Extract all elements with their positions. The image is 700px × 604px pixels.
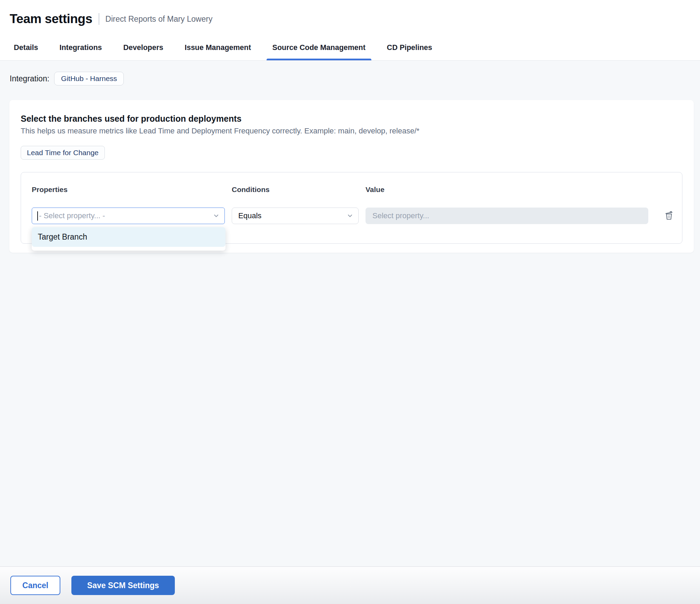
text-cursor (37, 211, 38, 221)
metric-chip-lead-time[interactable]: Lead Time for Change (21, 146, 105, 160)
integration-chip[interactable]: GitHub - Harness (54, 72, 124, 85)
title-row: Team settings Direct Reports of Mary Low… (0, 0, 700, 26)
rule-grid: Properties Conditions Value . - Select p… (32, 185, 672, 224)
tab-source-code-management[interactable]: Source Code Management (272, 43, 366, 60)
property-select-placeholder: - Select property... - (39, 211, 105, 220)
title-separator (99, 13, 99, 25)
chevron-down-icon (347, 212, 353, 219)
chevron-down-icon (213, 212, 220, 219)
column-header-properties: Properties (32, 185, 225, 194)
rule-panel: Properties Conditions Value . - Select p… (21, 172, 682, 244)
page-title: Team settings (10, 12, 92, 26)
delete-rule-button[interactable] (661, 208, 677, 224)
tab-cd-pipelines[interactable]: CD Pipelines (387, 43, 432, 60)
condition-select-value: Equals (238, 211, 261, 220)
cancel-button[interactable]: Cancel (10, 576, 60, 595)
save-scm-settings-button[interactable]: Save SCM Settings (71, 576, 175, 595)
property-dropdown: Target Branch (32, 227, 226, 251)
page-subtitle: Direct Reports of Mary Lowery (106, 14, 213, 24)
integration-label: Integration: (10, 74, 49, 83)
tab-issue-management[interactable]: Issue Management (184, 43, 251, 60)
card-title: Select the branches used for production … (21, 114, 682, 124)
tab-bar: Details Integrations Developers Issue Ma… (0, 43, 700, 60)
column-header-value: Value (366, 185, 648, 194)
scm-settings-card: Select the branches used for production … (9, 100, 694, 253)
tab-integrations[interactable]: Integrations (60, 43, 102, 60)
tab-developers[interactable]: Developers (123, 43, 163, 60)
tab-details[interactable]: Details (14, 43, 38, 60)
value-input[interactable] (366, 208, 648, 224)
condition-select[interactable]: Equals (232, 208, 359, 224)
footer-bar: Cancel Save SCM Settings (0, 566, 700, 604)
trash-icon (663, 209, 675, 223)
page-header: Team settings Direct Reports of Mary Low… (0, 0, 700, 61)
card-description: This helps us measure metrics like Lead … (21, 127, 682, 135)
dropdown-option-target-branch[interactable]: Target Branch (32, 227, 226, 247)
property-select[interactable]: - Select property... - Target Branch (32, 208, 225, 224)
integration-row: Integration: GitHub - Harness (10, 72, 700, 85)
column-header-conditions: Conditions (232, 185, 359, 194)
